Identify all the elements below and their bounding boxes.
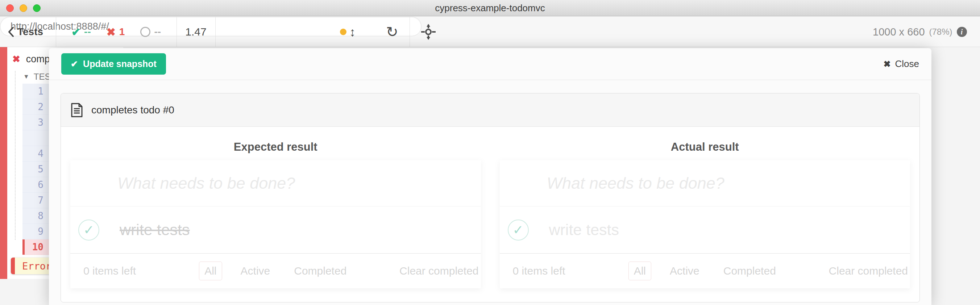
check-icon: ✓ <box>512 222 523 238</box>
clear-completed-button: Clear completed <box>399 265 479 277</box>
traffic-lights <box>6 4 41 12</box>
test-stats: ✔ -- ✖ 1 -- <box>56 17 177 47</box>
line-number: 5 <box>22 164 43 175</box>
passed-stat: ✔ -- <box>72 26 91 38</box>
passed-count: -- <box>84 26 91 38</box>
todo-label: write tests <box>119 221 190 239</box>
check-icon: ✔ <box>71 59 78 69</box>
filter-completed: Completed <box>718 262 781 280</box>
test-group-row[interactable]: ▼ TES <box>23 72 51 82</box>
failed-stat: ✖ 1 <box>107 26 125 38</box>
viewport-scale-indicator[interactable]: ↕ <box>340 17 372 47</box>
result-columns: Expected result What needs to be done? ✓… <box>61 127 920 288</box>
line-number: 4 <box>22 148 43 159</box>
todo-input: What needs to be done? <box>500 160 910 207</box>
filter-all: All <box>628 262 651 280</box>
update-snapshot-button[interactable]: ✔ Update snapshot <box>61 53 166 75</box>
minimize-window-button[interactable] <box>19 4 27 12</box>
items-left-label: 0 items left <box>83 265 136 277</box>
close-icon: ✖ <box>883 59 891 69</box>
check-icon: ✓ <box>83 222 94 238</box>
line-number: 2 <box>22 102 43 112</box>
failed-count: 1 <box>119 26 125 38</box>
refresh-button[interactable]: ↻ <box>381 17 403 47</box>
filter-active: Active <box>235 262 276 280</box>
info-icon[interactable]: i <box>957 27 967 37</box>
line-number: 1 <box>22 86 43 97</box>
todo-toggle-icon: ✓ <box>508 219 529 240</box>
caret-down-icon: ▼ <box>23 73 29 80</box>
line-number: 6 <box>22 179 43 190</box>
todo-item-row: ✓ write tests <box>500 207 910 254</box>
fail-x-icon: ✖ <box>12 54 20 65</box>
back-to-tests-label: Tests <box>18 26 43 38</box>
snapshot-dialog-header: ✔ Update snapshot ✖ Close <box>49 48 931 80</box>
clear-completed-button: Clear completed <box>829 265 908 277</box>
window-titlebar: cypress-example-todomvc <box>0 0 980 16</box>
viewport-info: 1000 x 660 (78%) i <box>873 17 980 47</box>
snapshot-dialog: ✔ Update snapshot ✖ Close completes todo… <box>49 48 931 305</box>
test-group-label: TES <box>34 72 51 82</box>
chevron-left-icon <box>8 27 14 37</box>
comparison-panel-header: completes todo #0 <box>61 94 920 127</box>
failed-test-title: compl <box>26 54 52 65</box>
actual-result-heading: Actual result <box>500 141 910 157</box>
circle-icon <box>140 27 150 37</box>
close-window-button[interactable] <box>6 4 14 12</box>
cypress-toolbar: Tests ✔ -- ✖ 1 -- 1.47 ↕ ↻ <box>0 17 980 47</box>
viewport-size: 1000 x 660 <box>873 26 925 38</box>
crosshair-icon <box>420 24 436 40</box>
expected-snapshot: What needs to be done? ✓ write tests 0 i… <box>70 160 481 288</box>
actual-snapshot: What needs to be done? ✓ write tests 0 i… <box>500 160 910 288</box>
todo-footer: 0 items left AllActiveCompleted Clear co… <box>500 254 910 288</box>
document-icon <box>71 103 83 118</box>
close-dialog-button[interactable]: ✖ Close <box>883 58 919 70</box>
line-number: 3 <box>22 117 43 128</box>
pending-count: -- <box>154 26 161 38</box>
selector-playground-button[interactable] <box>417 17 439 47</box>
todo-input-placeholder: What needs to be done? <box>547 174 724 193</box>
filter-list: AllActiveCompleted <box>199 262 352 280</box>
filter-list: AllActiveCompleted <box>628 262 781 280</box>
filter-completed: Completed <box>288 262 352 280</box>
line-number: 10 <box>22 241 43 253</box>
up-down-arrow-icon: ↕ <box>349 25 356 39</box>
viewport-scale: (78%) <box>929 27 953 37</box>
actual-result-column: Actual result What needs to be done? ✓ w… <box>490 127 920 288</box>
check-icon: ✔ <box>72 26 80 38</box>
todo-input: What needs to be done? <box>70 160 481 207</box>
todo-input-placeholder: What needs to be done? <box>118 174 295 193</box>
line-number: 7 <box>22 195 43 206</box>
close-label: Close <box>895 58 919 70</box>
todo-toggle-icon: ✓ <box>78 219 99 240</box>
expected-result-column: Expected result What needs to be done? ✓… <box>61 127 490 288</box>
test-duration: 1.47 <box>177 17 215 47</box>
failed-spec-red-bar <box>0 47 7 279</box>
zoom-window-button[interactable] <box>33 4 41 12</box>
filter-active: Active <box>664 262 705 280</box>
refresh-icon: ↻ <box>386 24 398 40</box>
todo-label: write tests <box>549 221 619 239</box>
x-icon: ✖ <box>107 26 116 38</box>
failed-test-row[interactable]: ✖ compl <box>12 54 52 65</box>
update-snapshot-label: Update snapshot <box>83 59 157 69</box>
comparison-panel: completes todo #0 Expected result What n… <box>60 93 920 302</box>
toolbar-divider <box>215 17 216 47</box>
indent-guide-line <box>15 71 16 240</box>
pending-stat: -- <box>140 26 161 38</box>
items-left-label: 0 items left <box>513 265 565 277</box>
yellow-dot-icon <box>340 29 347 35</box>
test-title: completes todo #0 <box>91 104 174 116</box>
window-title: cypress-example-todomvc <box>435 3 545 14</box>
line-number: 8 <box>22 210 43 221</box>
todo-footer: 0 items left AllActiveCompleted Clear co… <box>70 254 481 288</box>
todo-item-row: ✓ write tests <box>70 207 481 254</box>
expected-result-heading: Expected result <box>70 141 481 157</box>
filter-all: All <box>199 262 222 280</box>
back-to-tests-button[interactable]: Tests <box>0 17 56 47</box>
line-number: 9 <box>22 226 43 237</box>
